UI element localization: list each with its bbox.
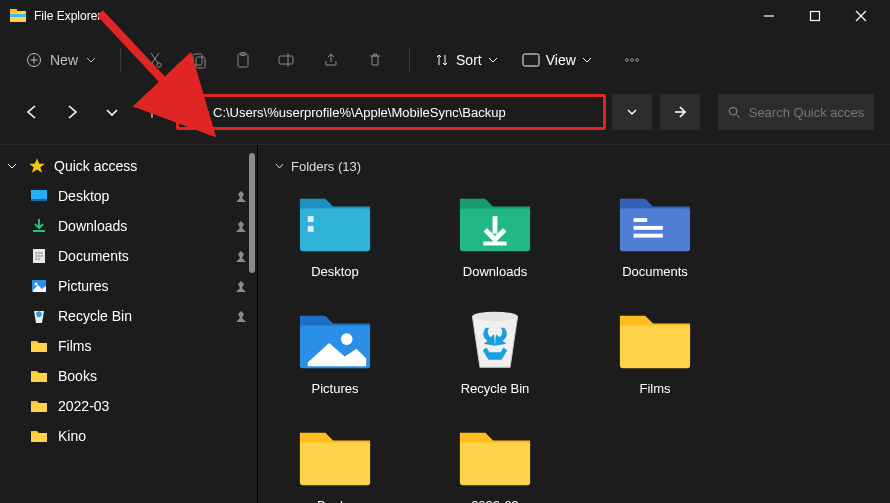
view-button[interactable]: View	[512, 48, 602, 72]
folder-pictures[interactable]: Pictures	[280, 307, 390, 396]
folder-books[interactable]: Books	[280, 424, 390, 503]
chevron-down-icon	[582, 55, 592, 65]
folder-downloads[interactable]: Downloads	[440, 190, 550, 279]
folder-documents[interactable]: Documents	[600, 190, 710, 279]
sidebar-item-pictures[interactable]: Pictures	[0, 271, 257, 301]
search-input[interactable]	[749, 105, 864, 120]
sort-icon	[434, 52, 450, 68]
forward-button[interactable]	[56, 96, 88, 128]
svg-point-12	[157, 63, 161, 67]
sidebar-item-desktop[interactable]: Desktop	[0, 181, 257, 211]
folder-icon	[30, 397, 48, 415]
sidebar-item-kino[interactable]: Kino	[0, 421, 257, 451]
download-icon	[30, 217, 48, 235]
svg-line-14	[151, 53, 158, 63]
svg-rect-42	[308, 226, 314, 232]
delete-button[interactable]	[355, 42, 395, 78]
quick-access-label: Quick access	[54, 158, 137, 174]
back-button[interactable]	[16, 96, 48, 128]
desktop-folder-icon	[296, 190, 374, 256]
svg-rect-39	[31, 433, 47, 442]
more-button[interactable]	[612, 42, 652, 78]
cut-button[interactable]	[135, 42, 175, 78]
svg-point-35	[35, 283, 38, 286]
svg-point-24	[635, 59, 638, 62]
svg-rect-38	[31, 403, 47, 412]
folder-desktop[interactable]: Desktop	[280, 190, 390, 279]
svg-rect-53	[300, 442, 370, 485]
new-button[interactable]: New	[16, 46, 106, 74]
paste-button[interactable]	[223, 42, 263, 78]
scrollbar-thumb[interactable]	[249, 153, 255, 273]
sidebar-item-2022-03[interactable]: 2022-03	[0, 391, 257, 421]
toolbar-divider	[120, 48, 121, 72]
downloads-folder-icon	[456, 190, 534, 256]
copy-button[interactable]	[179, 42, 219, 78]
folder-icon	[30, 337, 48, 355]
svg-rect-47	[634, 226, 663, 230]
star-icon	[28, 157, 46, 175]
rename-button[interactable]	[267, 42, 307, 78]
minimize-button[interactable]	[746, 0, 792, 32]
recycle-bin-icon	[30, 307, 48, 325]
recycle-bin-icon	[456, 307, 534, 373]
go-button[interactable]	[660, 94, 700, 130]
toolbar-divider	[409, 48, 410, 72]
folder-recycle-bin[interactable]: Recycle Bin	[440, 307, 550, 396]
address-history-button[interactable]	[612, 94, 652, 130]
pin-icon	[235, 310, 247, 322]
svg-line-26	[736, 114, 739, 117]
star-icon	[187, 104, 203, 120]
svg-rect-36	[31, 343, 47, 352]
svg-point-11	[149, 63, 153, 67]
svg-rect-16	[196, 57, 205, 68]
search-box[interactable]	[718, 94, 874, 130]
svg-rect-15	[193, 54, 202, 65]
pin-icon	[235, 220, 247, 232]
svg-point-50	[341, 333, 353, 345]
close-button[interactable]	[838, 0, 884, 32]
chevron-down-icon	[86, 55, 96, 65]
svg-rect-3	[10, 14, 26, 17]
pictures-folder-icon	[296, 307, 374, 373]
view-label: View	[546, 52, 576, 68]
svg-rect-19	[279, 56, 293, 64]
sidebar-item-films[interactable]: Films	[0, 331, 257, 361]
svg-rect-2	[10, 9, 17, 13]
svg-rect-5	[811, 12, 820, 21]
sidebar-item-recycle-bin[interactable]: Recycle Bin	[0, 301, 257, 331]
folder-2022-03[interactable]: 2022-03	[440, 424, 550, 503]
address-text: C:\Users\%userprofile%\Apple\MobileSync\…	[213, 105, 506, 120]
file-explorer-icon	[10, 8, 26, 24]
maximize-button[interactable]	[792, 0, 838, 32]
window-title: File Explorer	[34, 9, 101, 23]
sort-button[interactable]: Sort	[424, 48, 508, 72]
folder-icon	[30, 427, 48, 445]
sort-label: Sort	[456, 52, 482, 68]
search-icon	[728, 105, 741, 120]
svg-rect-52	[620, 325, 690, 368]
folder-icon	[296, 424, 374, 490]
svg-rect-41	[308, 216, 314, 222]
folder-icon	[30, 367, 48, 385]
navigation-pane[interactable]: Quick access Desktop Downloads Documents…	[0, 145, 258, 503]
share-button[interactable]	[311, 42, 351, 78]
pin-icon	[235, 280, 247, 292]
chevron-down-icon	[488, 55, 498, 65]
svg-rect-21	[523, 54, 539, 66]
pictures-icon	[30, 277, 48, 295]
plus-circle-icon	[26, 52, 42, 68]
svg-rect-28	[31, 199, 47, 201]
recent-locations-button[interactable]	[96, 96, 128, 128]
documents-folder-icon	[616, 190, 694, 256]
address-input[interactable]: C:\Users\%userprofile%\Apple\MobileSync\…	[176, 94, 606, 130]
sidebar-item-downloads[interactable]: Downloads	[0, 211, 257, 241]
pin-icon	[235, 250, 247, 262]
up-button[interactable]	[136, 96, 168, 128]
folders-section-header[interactable]: Folders (13)	[274, 159, 878, 174]
quick-access-header[interactable]: Quick access	[0, 151, 257, 181]
sidebar-item-books[interactable]: Books	[0, 361, 257, 391]
folder-films[interactable]: Films	[600, 307, 710, 396]
content-pane[interactable]: Folders (13) Desktop Downloads	[258, 145, 890, 503]
sidebar-item-documents[interactable]: Documents	[0, 241, 257, 271]
